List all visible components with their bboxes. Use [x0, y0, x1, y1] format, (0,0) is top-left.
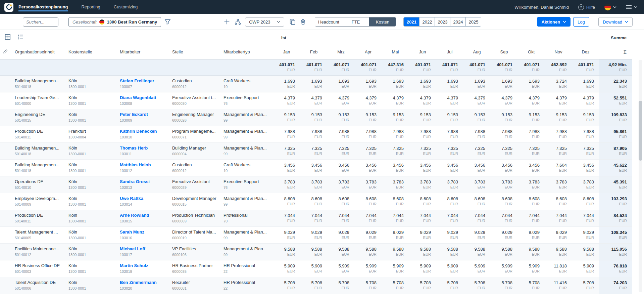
month-column-header[interactable]: Okt	[518, 45, 545, 59]
employee-link[interactable]: Matthias Helob	[120, 162, 167, 168]
language-selector[interactable]	[604, 4, 616, 10]
month-value-cell: 9.153EUR	[382, 109, 409, 126]
log-button[interactable]: Log	[573, 17, 589, 27]
employee-cell: Michael Loff 103017	[117, 243, 169, 260]
month-column-header[interactable]: Apr	[355, 45, 382, 59]
org-chart-button[interactable]	[235, 19, 241, 25]
employee-link[interactable]: Arne Rowland	[120, 213, 167, 218]
month-column-header[interactable]: Aug	[463, 45, 491, 59]
employee-link[interactable]: Sandra Grossi	[120, 179, 167, 184]
month-value-cell: 7.044EUR	[300, 210, 328, 226]
view-toggle-fte[interactable]: FTE	[342, 17, 369, 26]
month-value-cell: 3.783EUR	[518, 176, 545, 193]
month-value-cell: 3.456EUR	[355, 159, 382, 176]
employee-link[interactable]: Michael Loff	[120, 246, 167, 252]
employee-row[interactable]: Building Managemen...50140018 Köln1300-0…	[0, 75, 632, 92]
column-header-stelle[interactable]: Stelle	[169, 45, 221, 59]
month-value-cell: 9.588EUR	[409, 243, 436, 260]
app-tab-reporting[interactable]: Reporting	[81, 0, 100, 14]
month-column-header[interactable]: Sep	[491, 45, 518, 59]
vertical-scrollbar-track[interactable]	[639, 60, 642, 292]
app-logo[interactable]	[4, 3, 13, 12]
column-header-kostenstelle[interactable]: Kostenstelle	[66, 45, 117, 59]
employee-link[interactable]: Sarah Munz	[120, 229, 167, 235]
employee-link[interactable]: Uwe Rattka	[120, 196, 167, 201]
org-unit-cell: Building Managemen...50140018	[12, 159, 66, 176]
column-header-organisationseinheit[interactable]: Organisationseinheit	[12, 45, 66, 59]
employee-row[interactable]: Leadership Team Ge...50140000 Köln1300-0…	[0, 92, 632, 109]
month-value-cell: 9.153EUR	[545, 109, 572, 126]
month-value-cell: 3.456EUR	[328, 159, 355, 176]
year-toggle-2024[interactable]: 2024	[450, 17, 465, 26]
column-settings-icon[interactable]	[17, 34, 23, 41]
year-toggle-2021[interactable]: 2021	[404, 17, 419, 26]
month-value-cell: 5.909EUR	[436, 260, 463, 277]
month-value-cell: 5.909EUR	[328, 260, 355, 277]
employee-link[interactable]: Peter Eckardt	[120, 112, 167, 117]
month-column-header[interactable]: Jun	[409, 45, 436, 59]
employee-cell: Arne Rowland 103015	[117, 210, 169, 226]
month-column-header[interactable]: Nov	[545, 45, 572, 59]
column-header-mitarbeiter[interactable]: Mitarbeiter	[117, 45, 169, 59]
cost-center-cell: Köln1300-0001	[66, 176, 117, 193]
month-column-header[interactable]: Feb	[300, 45, 328, 59]
month-column-header[interactable]: Mrz	[328, 45, 355, 59]
month-value-cell: 5.708EUR	[382, 277, 409, 294]
filter-button[interactable]	[164, 19, 171, 25]
search-input[interactable]	[23, 17, 58, 27]
org-unit-cell: Building Managemen...50140018	[12, 75, 66, 92]
employee-link[interactable]: Stefan Freilinger	[120, 78, 167, 84]
employee-row[interactable]: Production DE50140011 Köln1300-0001 Arne…	[0, 210, 632, 226]
vertical-scrollbar-thumb[interactable]	[639, 101, 642, 161]
employee-link[interactable]: Thomas Herb	[120, 145, 167, 151]
column-header-mitarbeitertyp[interactable]: Mitarbeitertyp	[221, 45, 273, 59]
month-value-cell: 9.153EUR	[300, 109, 328, 126]
employee-row[interactable]: Talent Management ...50140005 Köln1300-0…	[0, 226, 632, 243]
employee-row[interactable]: Production DE50140011 Frankfurt1300-0004…	[0, 126, 632, 142]
month-column-header[interactable]: Mai	[382, 45, 409, 59]
employee-link[interactable]: Kathrin Denecken	[120, 129, 167, 134]
view-toggle-headcount[interactable]: Headcount	[315, 17, 342, 26]
employee-row[interactable]: Building Managemen...50140018 Köln1300-0…	[0, 159, 632, 176]
employee-row[interactable]: Talent Acquisition DE50140006 Köln1300-0…	[0, 277, 632, 294]
employee-row[interactable]: Facilities Maintenanc...50140012 Köln130…	[0, 243, 632, 260]
employee-link[interactable]: Ben Zimmermann	[120, 280, 167, 285]
view-segmented-control: HeadcountFTEKosten	[315, 17, 396, 27]
month-column-header[interactable]: Jan	[273, 45, 300, 59]
copy-button[interactable]	[290, 19, 296, 25]
company-selector[interactable]: Gesellschaft 1300 Best Run Germany	[68, 17, 161, 27]
employee-link[interactable]: Martin Schulz	[120, 263, 167, 268]
employee-row[interactable]: Building Managemen...50140018 Köln1300-0…	[0, 142, 632, 159]
add-button[interactable]	[224, 19, 230, 25]
actions-button[interactable]: Aktionen	[537, 17, 571, 27]
month-value-cell: 8.608EUR	[545, 193, 572, 210]
month-column-header[interactable]: Jul	[436, 45, 463, 59]
employee-row[interactable]: Employee Developm...50140009 Köln1300-00…	[0, 193, 632, 210]
plan-version-select[interactable]: OWP 2023	[245, 17, 284, 27]
grid-view-icon[interactable]	[5, 34, 11, 41]
delete-button[interactable]	[300, 19, 306, 25]
view-toggle-kosten[interactable]: Kosten	[369, 17, 396, 26]
org-unit-cell: Engineering DE50140015	[12, 109, 66, 126]
app-tab-customizing[interactable]: Customizing	[114, 0, 138, 14]
company-label: Gesellschaft	[72, 19, 97, 25]
year-toggle-2022[interactable]: 2022	[419, 17, 435, 26]
month-value-cell: 4.379EUR	[518, 92, 545, 109]
app-tab-personalkostenplanung[interactable]: Personalkostenplanung	[18, 0, 68, 14]
help-button[interactable]: ? Hilfe	[578, 4, 595, 10]
main-menu-button[interactable]	[626, 5, 637, 9]
totals-month-value: 401.071EUR	[273, 59, 300, 75]
employee-row[interactable]: Operations DE50140010 Köln1300-0001 Sand…	[0, 176, 632, 193]
employee-row[interactable]: Engineering DE50140015 Köln1300-0001 Pet…	[0, 109, 632, 126]
row-edit-cell	[0, 210, 12, 226]
year-toggle-2025[interactable]: 2025	[465, 17, 481, 26]
employee-cell: Peter Eckardt 103009	[117, 109, 169, 126]
download-button[interactable]: Download	[598, 17, 633, 27]
actions-label: Aktionen	[541, 19, 560, 25]
employee-row[interactable]: HR Business Office DE50140003 Köln1300-0…	[0, 260, 632, 277]
month-column-header[interactable]: Dez	[572, 45, 599, 59]
employee-link[interactable]: Diana Wagenblatt	[120, 95, 167, 100]
year-toggle-2023[interactable]: 2023	[435, 17, 450, 26]
month-value-cell: 9.153EUR	[328, 109, 355, 126]
month-value-cell: 7.325EUR	[463, 142, 491, 159]
